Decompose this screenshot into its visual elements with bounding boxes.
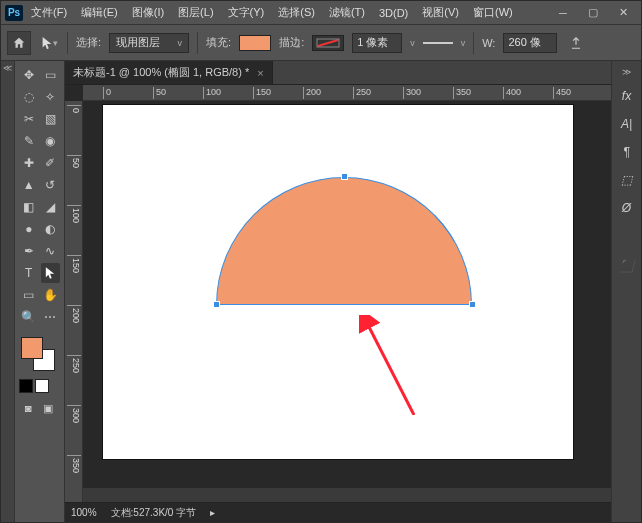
menu-filter[interactable]: 滤镜(T) — [323, 3, 371, 22]
document-tab-title: 未标题-1 @ 100% (椭圆 1, RGB/8) * — [73, 65, 249, 80]
canvas-viewport: 0 50 100 150 200 250 300 350 400 450 0 5… — [65, 85, 611, 502]
eraser-tool[interactable]: ◧ — [19, 197, 39, 217]
main-area: ≪ ✥▭ ◌✧ ✂▧ ✎◉ ✚✐ ▲↺ ◧◢ ●◐ ✒∿ T ▭✋ 🔍⋯ — [1, 61, 641, 522]
menu-image[interactable]: 图像(I) — [126, 3, 170, 22]
ruler-tick: 0 — [67, 105, 81, 113]
type-tool[interactable]: T — [19, 263, 39, 283]
stroke-swatch[interactable] — [312, 35, 344, 51]
ruler-tick: 250 — [353, 87, 371, 99]
fill-swatch[interactable] — [239, 35, 271, 51]
ruler-tick: 350 — [67, 455, 81, 473]
zoom-tool[interactable]: 🔍 — [19, 307, 39, 327]
mini-swatch-white[interactable] — [35, 379, 49, 393]
chevron-right-icon: ≪ — [3, 63, 12, 73]
ruler-tick: 100 — [67, 205, 81, 223]
menu-3d[interactable]: 3D(D) — [373, 5, 414, 21]
color-swatches[interactable] — [19, 335, 57, 371]
lasso-tool[interactable]: ✧ — [41, 87, 61, 107]
path-select-tool[interactable] — [41, 263, 61, 283]
home-button[interactable] — [7, 31, 31, 55]
select-layer-dropdown[interactable]: 现用图层 v — [109, 33, 189, 53]
svg-line-0 — [318, 40, 338, 46]
ruler-tick: 400 — [503, 87, 521, 99]
ruler-tick: 250 — [67, 355, 81, 373]
menu-view[interactable]: 视图(V) — [416, 3, 465, 22]
toolbox-collapse-strip[interactable]: ≪ — [1, 61, 15, 522]
rectangle-tool[interactable]: ▭ — [19, 285, 39, 305]
ruler-horizontal[interactable]: 0 50 100 150 200 250 300 350 400 450 — [83, 85, 611, 101]
ruler-tick: 100 — [203, 87, 221, 99]
healing-tool[interactable]: ✚ — [19, 153, 39, 173]
hand-tool[interactable]: ✋ — [41, 285, 61, 305]
glyphs-panel-icon[interactable]: A| — [617, 115, 637, 133]
pen-tool[interactable]: ✒ — [19, 241, 39, 261]
tool-preset-icon[interactable]: ▾ — [39, 33, 59, 53]
window-close-button[interactable]: ✕ — [609, 3, 637, 23]
menu-layer[interactable]: 图层(L) — [172, 3, 219, 22]
info-flyout-icon[interactable]: ▸ — [210, 507, 215, 518]
canvas-scroll[interactable] — [83, 101, 611, 502]
menu-edit[interactable]: 编辑(E) — [75, 3, 124, 22]
menu-window[interactable]: 窗口(W) — [467, 3, 519, 22]
screen-mode-toggle[interactable]: ▣ — [39, 399, 57, 417]
anchor-point[interactable] — [341, 173, 348, 180]
annotation-arrow-icon — [359, 315, 419, 415]
width-input[interactable]: 260 像 — [503, 33, 557, 53]
ruler-tick: 150 — [67, 255, 81, 273]
paragraph-panel-icon[interactable]: ¶ — [617, 143, 637, 161]
history-brush-tool[interactable]: ↺ — [41, 175, 61, 195]
crop-tool[interactable]: ✂ — [19, 109, 39, 129]
expand-panels-icon[interactable]: ≫ — [622, 67, 631, 77]
select-label: 选择: — [76, 35, 101, 50]
document-tab[interactable]: 未标题-1 @ 100% (椭圆 1, RGB/8) * × — [65, 61, 273, 84]
mini-swatch-black[interactable] — [19, 379, 33, 393]
dodge-tool[interactable]: ◐ — [41, 219, 61, 239]
anchor-point[interactable] — [213, 301, 220, 308]
swatches-panel-icon[interactable]: ⬚ — [617, 171, 637, 189]
menubar: Ps 文件(F) 编辑(E) 图像(I) 图层(L) 文字(Y) 选择(S) 滤… — [1, 1, 641, 25]
app-logo: Ps — [5, 5, 23, 21]
artboard-tool[interactable]: ▭ — [41, 65, 61, 85]
gradient-tool[interactable]: ◢ — [41, 197, 61, 217]
menu-type[interactable]: 文字(Y) — [222, 3, 271, 22]
styles-panel-icon[interactable]: fx — [617, 87, 637, 105]
foreground-color[interactable] — [21, 337, 43, 359]
move-tool[interactable]: ✥ — [19, 65, 39, 85]
stroke-width-input[interactable]: 1 像素 — [352, 33, 402, 53]
zoom-value[interactable]: 100% — [71, 507, 97, 518]
ruler-tick: 150 — [253, 87, 271, 99]
quick-select-tool[interactable]: ◉ — [41, 131, 61, 151]
marquee-tool[interactable]: ◌ — [19, 87, 39, 107]
blur-tool[interactable]: ● — [19, 219, 39, 239]
anchor-point[interactable] — [469, 301, 476, 308]
freeform-pen-tool[interactable]: ∿ — [41, 241, 61, 261]
ruler-tick: 350 — [453, 87, 471, 99]
color-panel-icon[interactable]: Ø — [617, 199, 637, 217]
select-layer-value: 现用图层 — [116, 35, 160, 50]
stroke-style-line[interactable] — [423, 42, 453, 44]
ellipse-shape[interactable] — [216, 177, 472, 305]
menu-select[interactable]: 选择(S) — [272, 3, 321, 22]
document-tabbar: 未标题-1 @ 100% (椭圆 1, RGB/8) * × — [65, 61, 611, 85]
canvas[interactable] — [103, 105, 573, 459]
close-tab-icon[interactable]: × — [257, 67, 263, 79]
eyedropper-tool[interactable]: ✎ — [19, 131, 39, 151]
window-maximize-button[interactable]: ▢ — [579, 3, 607, 23]
layers-panel-icon[interactable]: ⬛ — [617, 257, 637, 275]
ruler-tick: 50 — [67, 155, 81, 168]
edit-toolbar[interactable]: ⋯ — [41, 307, 61, 327]
ruler-tick: 300 — [67, 405, 81, 423]
frame-tool[interactable]: ▧ — [41, 109, 61, 129]
share-button[interactable] — [565, 33, 587, 53]
stamp-tool[interactable]: ▲ — [19, 175, 39, 195]
quick-mask-swatches — [19, 379, 60, 393]
horizontal-scrollbar[interactable] — [83, 488, 611, 502]
ruler-vertical[interactable]: 0 50 100 150 200 250 300 350 — [65, 101, 83, 502]
window-minimize-button[interactable]: ─ — [549, 3, 577, 23]
ruler-tick: 200 — [303, 87, 321, 99]
document-info[interactable]: 文档:527.3K/0 字节 — [111, 506, 197, 520]
menu-file[interactable]: 文件(F) — [25, 3, 73, 22]
brush-tool[interactable]: ✐ — [41, 153, 61, 173]
quick-mask-toggle[interactable]: ◙ — [19, 399, 37, 417]
chevron-down-icon: v — [178, 38, 183, 48]
